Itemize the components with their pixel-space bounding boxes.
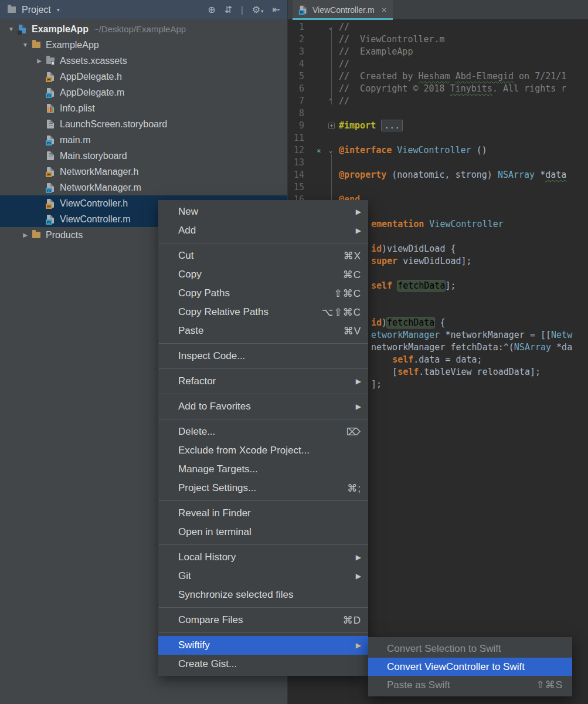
storyboard-file-icon xyxy=(46,120,55,129)
menu-item-synchronize-selected-files[interactable]: Synchronize selected files xyxy=(158,585,368,604)
code-line: 6// Copyright © 2018 Tinybits. All right… xyxy=(288,83,588,95)
context-menu: New▶Add▶Cut⌘XCopy⌘CCopy Paths⇧⌘CCopy Rel… xyxy=(158,200,368,676)
submenu-arrow-icon: ▶ xyxy=(356,402,361,411)
tab-viewcontroller-m[interactable]: m ViewController.m ✕ xyxy=(293,0,393,20)
menu-item-add-to-favorites[interactable]: Add to Favorites▶ xyxy=(158,397,368,416)
menu-item-local-history[interactable]: Local History▶ xyxy=(158,548,368,567)
code-line: 12⌄✕@interface ViewController () xyxy=(288,144,588,157)
expand-arrow-icon[interactable]: ▶ xyxy=(33,57,46,64)
menu-separator xyxy=(159,607,368,608)
menu-item-delete[interactable]: Delete...⌦ xyxy=(158,422,368,441)
tree-item-assets-xcassets[interactable]: ▶Assets.xcassets xyxy=(0,53,287,69)
implementation-mark-icon[interactable]: ✕ xyxy=(315,147,322,154)
tree-item-label: main.m xyxy=(60,135,90,145)
tree-item-networkmanager-m[interactable]: mNetworkManager.m xyxy=(0,180,287,195)
expand-arrow-icon[interactable]: ▶ xyxy=(19,232,32,238)
tree-item-appdelegate-m[interactable]: mAppDelegate.m xyxy=(0,84,287,100)
tree-item-exampleapp[interactable]: ▼ExampleApp xyxy=(0,37,287,53)
menu-item-project-settings[interactable]: Project Settings...⌘; xyxy=(158,479,368,497)
expand-arrow-icon[interactable]: ▼ xyxy=(19,42,32,48)
menu-item-label: Local History xyxy=(178,551,236,563)
menu-separator xyxy=(159,419,368,419)
menu-separator xyxy=(159,544,368,545)
tree-item-label: Assets.xcassets xyxy=(60,56,127,66)
menu-item-copy-paths[interactable]: Copy Paths⇧⌘C xyxy=(158,284,368,303)
tree-item-label: ExampleApp xyxy=(46,40,99,50)
tree-item-path: ~/Desktop/ExampleApp xyxy=(94,24,186,34)
submenu-item-convert-viewcontroller-to-swift[interactable]: Convert ViewController to Swift xyxy=(368,658,572,676)
menu-item-exclude-from-xcode-project[interactable]: Exclude from Xcode Project... xyxy=(158,441,368,460)
menu-item-swiftify[interactable]: Swiftify▶ xyxy=(158,636,368,655)
locate-icon[interactable]: ⊕ xyxy=(208,4,215,15)
tree-item-label: ExampleApp xyxy=(32,24,89,35)
m-file-icon: m xyxy=(46,183,55,192)
code-line: 9+#import ... xyxy=(288,120,588,132)
gear-icon[interactable]: ⚙▾ xyxy=(252,4,264,15)
hide-panel-icon[interactable]: ⇤ xyxy=(273,4,280,15)
project-file-icon xyxy=(18,25,27,34)
tree-item-launchscreen-storyboard[interactable]: LaunchScreen.storyboard xyxy=(0,116,287,132)
m-file-icon: m xyxy=(46,215,55,224)
menu-separator xyxy=(159,394,368,394)
submenu-arrow-icon: ▶ xyxy=(356,641,361,649)
menu-item-inspect-code[interactable]: Inspect Code... xyxy=(158,347,368,365)
menu-item-add[interactable]: Add▶ xyxy=(158,221,368,240)
line-number: 13 xyxy=(288,157,304,169)
menu-item-new[interactable]: New▶ xyxy=(158,202,368,221)
menu-item-create-gist[interactable]: Create Gist... xyxy=(158,655,368,673)
line-number: 7 xyxy=(288,95,304,107)
chevron-down-icon[interactable]: ▾ xyxy=(57,6,60,13)
code-fragment: id)fetchData { xyxy=(371,317,445,329)
code-line: 3// ExampleApp xyxy=(288,46,588,58)
menu-item-reveal-in-finder[interactable]: Reveal in Finder xyxy=(158,504,368,523)
fold-marker-icon[interactable]: ⌄ xyxy=(327,144,335,157)
menu-item-git[interactable]: Git▶ xyxy=(158,567,368,585)
submenu-item-convert-selection-to-swift: Convert Selection to Swift xyxy=(368,639,572,658)
tree-item-main-storyboard[interactable]: Main.storyboard xyxy=(0,148,287,164)
fold-marker-icon[interactable]: ⌃ xyxy=(327,95,335,107)
menu-item-refactor[interactable]: Refactor▶ xyxy=(158,372,368,391)
tree-item-main-m[interactable]: mmain.m xyxy=(0,132,287,148)
menu-item-label: Cut xyxy=(178,250,193,262)
toolbar-divider: | xyxy=(241,5,243,15)
code-fragment: [self.tableView reloadData]; xyxy=(371,366,541,378)
code-line: 1⌄// xyxy=(288,21,588,33)
code-fragment: ]; xyxy=(371,378,382,391)
tree-item-label: AppDelegate.h xyxy=(60,72,122,82)
menu-item-label: Add xyxy=(178,225,196,236)
submenu-arrow-icon: ▶ xyxy=(356,208,361,216)
submenu-arrow-icon: ▶ xyxy=(356,553,361,561)
m-file-icon: m xyxy=(46,88,55,97)
panel-title[interactable]: Project xyxy=(22,5,51,15)
folder-icon xyxy=(32,40,41,50)
menu-item-copy-relative-paths[interactable]: Copy Relative Paths⌥⇧⌘C xyxy=(158,303,368,321)
menu-separator xyxy=(159,343,368,344)
collapse-all-icon[interactable]: ⇵ xyxy=(225,4,232,15)
menu-item-paste[interactable]: Paste⌘V xyxy=(158,321,368,340)
menu-item-cut[interactable]: Cut⌘X xyxy=(158,246,368,265)
code-line: 11 xyxy=(288,132,588,144)
tree-item-label: NetworkManager.h xyxy=(60,167,138,177)
folder-icon xyxy=(32,231,41,240)
plist-file-icon xyxy=(46,104,55,113)
tree-item-info-plist[interactable]: Info.plist xyxy=(0,100,287,116)
code-line: 14@property (nonatomic, strong) NSArray … xyxy=(288,169,588,181)
fold-marker-icon[interactable]: + xyxy=(328,123,335,129)
menu-item-label: Swiftify xyxy=(178,639,210,651)
menu-item-copy[interactable]: Copy⌘C xyxy=(158,265,368,284)
submenu-item-label: Convert Selection to Swift xyxy=(387,643,501,655)
code-fragment: networkManager fetchData:^(NSArray *da xyxy=(371,341,572,354)
line-number: 5 xyxy=(288,70,304,83)
tree-item-exampleapp[interactable]: ▼ExampleApp~/Desktop/ExampleApp xyxy=(0,21,287,37)
menu-item-open-in-terminal[interactable]: Open in terminal xyxy=(158,523,368,541)
close-icon[interactable]: ✕ xyxy=(382,6,387,14)
menu-item-compare-files[interactable]: Compare Files⌘D xyxy=(158,611,368,629)
tree-item-appdelegate-h[interactable]: HAppDelegate.h xyxy=(0,69,287,84)
expand-arrow-icon[interactable]: ▼ xyxy=(5,26,18,32)
menu-item-manage-targets[interactable]: Manage Targets... xyxy=(158,460,368,479)
menu-item-label: Compare Files xyxy=(178,614,243,626)
code-fragment: id)viewDidLoad { xyxy=(371,243,456,255)
tree-item-networkmanager-h[interactable]: HNetworkManager.h xyxy=(0,164,287,180)
fold-marker-icon[interactable]: ⌄ xyxy=(327,21,335,33)
line-number: 11 xyxy=(288,132,304,144)
